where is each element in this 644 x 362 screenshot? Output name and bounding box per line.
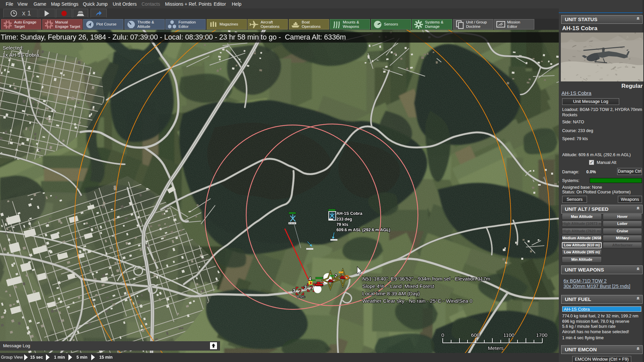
- svg-text:1100: 1100: [503, 332, 515, 338]
- svg-text:Slope 4% - Land: Mixed Forest: Slope 4% - Land: Mixed Forest: [362, 283, 434, 289]
- svg-text:609.6 m ASL (292.6 m AGL): 609.6 m ASL (292.6 m AGL): [336, 228, 390, 232]
- svg-text:600: 600: [471, 332, 480, 338]
- svg-text:3: 3: [304, 285, 307, 290]
- svg-text:79 kts: 79 kts: [336, 222, 348, 227]
- svg-text:N51°18'40", E9°36'52" - 934m f: N51°18'40", E9°36'52" - 934m from sel - …: [362, 276, 490, 282]
- svg-text:4: 4: [309, 276, 311, 282]
- svg-text:AH-1S Cobra: AH-1S Cobra: [336, 211, 363, 216]
- svg-text:Local time 8:39 AM (Day): Local time 8:39 AM (Day): [362, 291, 420, 296]
- svg-text:Weather Clear sky - No rain -: Weather Clear sky - No rain - 25°C - Win…: [362, 298, 473, 304]
- svg-text:Meters: Meters: [488, 345, 504, 351]
- svg-text:3: 3: [293, 288, 296, 293]
- svg-text:1700: 1700: [536, 332, 548, 338]
- svg-text:?: ?: [298, 288, 302, 295]
- svg-text:?: ?: [310, 285, 313, 291]
- svg-text:8 sec: 8 sec: [297, 295, 305, 299]
- svg-text:233 deg: 233 deg: [336, 217, 352, 222]
- svg-text:0: 0: [441, 332, 444, 338]
